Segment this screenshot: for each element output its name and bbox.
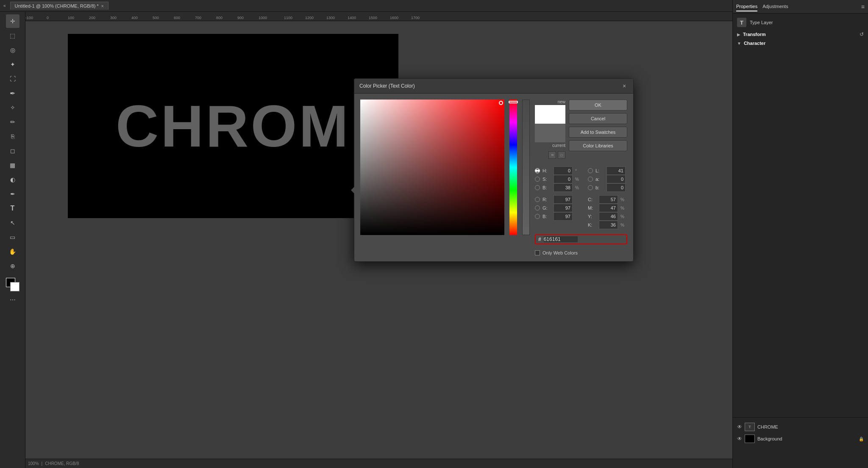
layers-panel: 👁 T CHROME 👁 Background 🔒	[733, 417, 868, 468]
shape-tool-button[interactable]: ▭	[6, 230, 19, 244]
zoom-tool-button[interactable]: ⊕	[6, 259, 19, 273]
document-mode: CHROME, RGB/8	[45, 461, 79, 466]
document-tab-title: Untitled-1 @ 100% (CHROME, RGB/8) *	[15, 3, 99, 8]
type-tool-button[interactable]: T	[6, 202, 19, 215]
gradient-tool-button[interactable]: ▦	[6, 158, 19, 172]
panel-menu-icon[interactable]: ≡	[861, 3, 865, 10]
web-colors-row: Only Web Colors	[535, 250, 627, 255]
g-input[interactable]	[554, 204, 573, 212]
character-section-title: Character	[744, 41, 765, 46]
transform-section-header[interactable]: ▶ Transform ↺	[737, 31, 864, 37]
b-lab-row: b:	[588, 183, 626, 192]
layer-name-background: Background	[757, 436, 782, 441]
web-colors-cube-icon[interactable]: ⧈	[548, 151, 556, 159]
web-colors-checkbox[interactable]	[535, 250, 540, 255]
color-libraries-button[interactable]: Color Libraries	[569, 140, 627, 151]
y-row: Y: %	[588, 212, 626, 221]
magic-wand-tool-button[interactable]: ✦	[6, 58, 19, 71]
extras-button[interactable]: ⋯	[6, 293, 19, 307]
stamp-tool-button[interactable]: ⎘	[6, 130, 19, 143]
path-select-tool-button[interactable]: ↖	[6, 216, 19, 230]
marquee-tool-button[interactable]: ⬚	[6, 29, 19, 42]
character-section-header[interactable]: ▼ Character	[737, 41, 864, 46]
canvas-document: CHROM	[68, 34, 398, 218]
type-layer-icon: T	[737, 18, 746, 27]
foreground-background-colors[interactable]	[5, 277, 20, 292]
layer-thumbnail-chrome: T	[745, 423, 755, 431]
k-input[interactable]	[599, 221, 618, 229]
b-label: B:	[542, 185, 551, 190]
right-panel-content: T Type Layer ▶ Transform ↺ ▼ Character	[733, 14, 868, 53]
new-color-swatch[interactable]	[535, 105, 565, 124]
layer-row-chrome[interactable]: 👁 T CHROME	[736, 421, 865, 433]
right-panel: Properties Adjustments ≡ T Type Layer ▶ …	[732, 0, 868, 468]
dodge-tool-button[interactable]: ◐	[6, 173, 19, 186]
color-model-icons: ⧈ □	[535, 151, 565, 159]
b-lab-radio[interactable]	[588, 185, 593, 190]
l-radio[interactable]	[588, 168, 593, 173]
layer-lock-icon: 🔒	[859, 437, 864, 441]
layer-name-chrome: CHROME	[757, 424, 778, 429]
dialog-right-panel: new current ⧈ □ OK Cancel Add to Swatche…	[535, 100, 627, 255]
b-unit: %	[575, 186, 581, 190]
ok-button[interactable]: OK	[569, 100, 627, 111]
hex-input[interactable]	[544, 236, 578, 242]
b-lab-input[interactable]	[606, 183, 626, 192]
adjustments-tab[interactable]: Adjustments	[762, 2, 788, 11]
hand-tool-button[interactable]: ✋	[6, 245, 19, 258]
b-row: B: %	[535, 183, 581, 192]
m-input[interactable]	[599, 204, 618, 212]
document-tab[interactable]: Untitled-1 @ 100% (CHROME, RGB/8) * ×	[10, 2, 108, 10]
current-color-swatch[interactable]	[535, 124, 565, 142]
healing-tool-button[interactable]: ✧	[6, 101, 19, 114]
background-color-swatch[interactable]	[10, 282, 19, 291]
b-radio[interactable]	[535, 185, 540, 190]
s-radio[interactable]	[535, 177, 540, 182]
layer-visibility-background[interactable]: 👁	[737, 436, 742, 442]
alpha-slider[interactable]	[522, 100, 530, 235]
pen-tool-button[interactable]: ✒	[6, 187, 19, 201]
h-input[interactable]	[554, 166, 573, 175]
character-collapse-arrow[interactable]: ▼	[737, 41, 741, 46]
collapse-panels-icon[interactable]: «	[3, 3, 6, 8]
a-lab-input[interactable]	[606, 175, 626, 183]
brush-tool-button[interactable]: ✏	[6, 115, 19, 129]
crop-tool-button[interactable]: ⛶	[6, 72, 19, 86]
transform-reset-icon[interactable]: ↺	[860, 31, 864, 37]
s-unit: %	[575, 177, 581, 182]
b-rgb-radio[interactable]	[535, 214, 540, 219]
eyedropper-tool-button[interactable]: ✒	[6, 86, 19, 100]
l-input[interactable]	[606, 166, 626, 175]
layer-visibility-chrome[interactable]: 👁	[737, 424, 742, 430]
b-input[interactable]	[554, 183, 573, 192]
lasso-tool-button[interactable]: ◎	[6, 43, 19, 57]
m-label: M:	[588, 205, 596, 210]
eraser-tool-button[interactable]: ◻	[6, 144, 19, 158]
c-input[interactable]	[599, 195, 618, 204]
ruler-top: -100 0 100 200 300 400 500 600 700 800 9…	[25, 12, 732, 21]
h-radio[interactable]	[535, 168, 540, 173]
move-tool-button[interactable]: ✛	[6, 14, 19, 28]
dialog-close-button[interactable]: ×	[620, 82, 628, 90]
transform-collapse-arrow[interactable]: ▶	[737, 32, 740, 37]
tab-close-button[interactable]: ×	[101, 4, 104, 8]
out-of-gamut-icon[interactable]: □	[558, 151, 565, 159]
color-gradient-picker[interactable]	[360, 100, 504, 235]
g-radio[interactable]	[535, 205, 540, 210]
y-input[interactable]	[599, 212, 618, 221]
b-lab-label: b:	[595, 185, 604, 190]
k-row: K: %	[588, 221, 626, 229]
s-input[interactable]	[554, 175, 573, 183]
layer-row-background[interactable]: 👁 Background 🔒	[736, 433, 865, 445]
r-input[interactable]	[554, 195, 573, 204]
b-rgb-input[interactable]	[554, 212, 573, 221]
s-row: S: %	[535, 175, 581, 183]
properties-tab[interactable]: Properties	[736, 2, 757, 11]
add-to-swatches-button[interactable]: Add to Swatches	[569, 127, 627, 138]
cancel-button[interactable]: Cancel	[569, 113, 627, 124]
r-radio[interactable]	[535, 197, 540, 202]
bottom-bar: 100% | CHROME, RGB/8	[25, 459, 732, 468]
gradient-canvas[interactable]	[360, 100, 504, 235]
hue-slider[interactable]	[509, 100, 517, 235]
a-lab-radio[interactable]	[588, 177, 593, 182]
